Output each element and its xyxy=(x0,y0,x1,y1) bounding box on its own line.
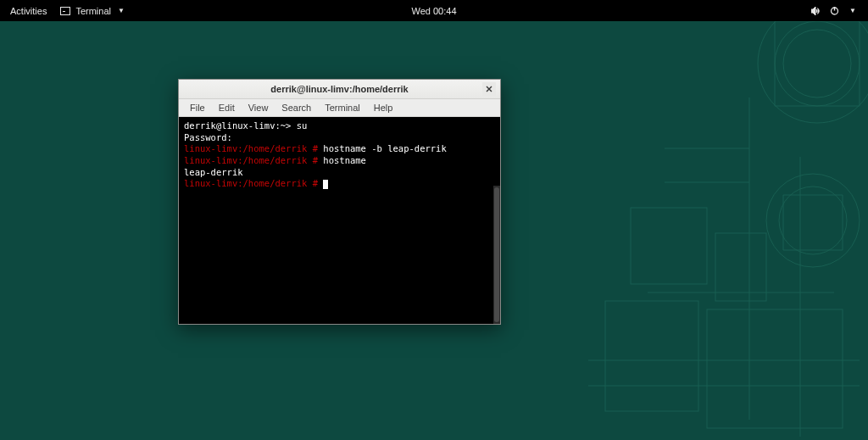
svg-rect-10 xyxy=(707,309,843,428)
scrollbar-thumb[interactable] xyxy=(494,187,499,322)
menu-view[interactable]: View xyxy=(242,101,275,114)
menu-help[interactable]: Help xyxy=(368,101,399,114)
activities-button[interactable]: Activities xyxy=(8,4,48,18)
gnome-topbar: Activities Terminal ▼ Wed 00:44 ▼ xyxy=(0,0,868,21)
svg-rect-9 xyxy=(605,301,698,411)
chevron-down-icon: ▼ xyxy=(118,7,125,14)
root-prompt: linux-limv:/home/derrik # xyxy=(184,155,318,165)
cmd-text: hostname xyxy=(318,155,366,165)
menubar: File Edit View Search Terminal Help xyxy=(179,99,500,117)
output-line: Password: xyxy=(184,132,495,144)
clock[interactable]: Wed 00:44 xyxy=(411,6,456,16)
menu-search[interactable]: Search xyxy=(275,101,317,114)
terminal-output[interactable]: derrik@linux-limv:~> su Password: linux-… xyxy=(179,117,500,324)
close-button[interactable] xyxy=(482,82,496,96)
window-title: derrik@linux-limv:/home/derrik xyxy=(270,84,408,94)
app-menu-label: Terminal xyxy=(75,6,111,16)
titlebar[interactable]: derrik@linux-limv:/home/derrik xyxy=(179,80,500,99)
cmd-text: hostname -b leap-derrik xyxy=(318,143,447,153)
svg-point-1 xyxy=(775,21,860,106)
menu-edit[interactable]: Edit xyxy=(213,101,241,114)
chevron-down-icon[interactable]: ▼ xyxy=(849,7,856,14)
svg-point-0 xyxy=(758,13,868,123)
close-icon xyxy=(486,86,492,92)
svg-rect-8 xyxy=(715,233,766,301)
app-menu[interactable]: Terminal ▼ xyxy=(55,4,130,18)
svg-point-2 xyxy=(783,30,851,97)
menu-terminal[interactable]: Terminal xyxy=(319,101,366,114)
volume-icon[interactable] xyxy=(811,7,821,15)
terminal-icon xyxy=(60,7,70,15)
power-icon[interactable] xyxy=(830,6,839,15)
terminal-window: derrik@linux-limv:/home/derrik File Edit… xyxy=(178,79,501,325)
svg-point-4 xyxy=(779,187,847,254)
cmd-text: su xyxy=(291,120,307,131)
cursor xyxy=(323,180,328,189)
user-prompt: derrik@linux-limv:~> xyxy=(184,120,291,131)
menu-file[interactable]: File xyxy=(184,101,211,114)
output-line: leap-derrik xyxy=(184,167,495,179)
root-prompt: linux-limv:/home/derrik # xyxy=(184,178,318,188)
wallpaper-decoration xyxy=(580,13,868,440)
svg-rect-7 xyxy=(631,208,707,284)
root-prompt: linux-limv:/home/derrik # xyxy=(184,143,318,153)
svg-point-3 xyxy=(766,174,860,267)
